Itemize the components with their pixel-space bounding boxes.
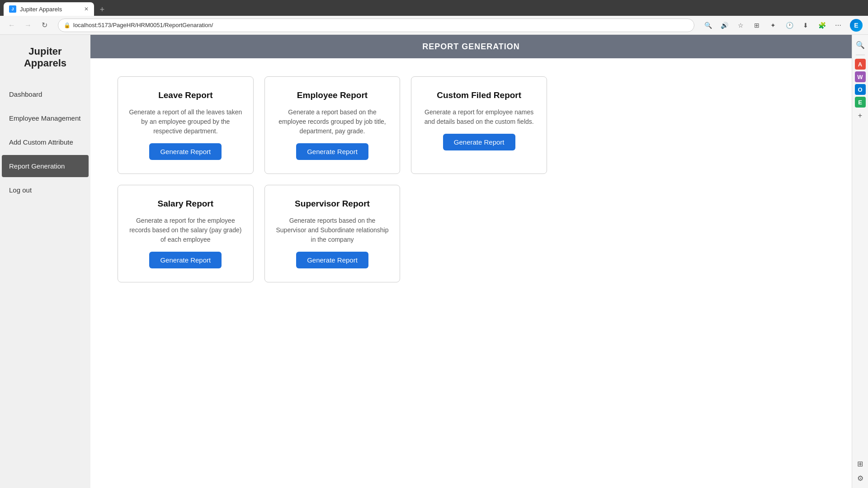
sidebar-item-dashboard[interactable]: Dashboard bbox=[2, 83, 89, 105]
edge-panel-settings-button[interactable]: ⚙ bbox=[854, 472, 867, 484]
page-title: REPORT GENERATION bbox=[422, 42, 520, 52]
salary-report-generate-button[interactable]: Generate Report bbox=[149, 252, 222, 268]
leave-report-desc: Generate a report of all the leaves take… bbox=[129, 108, 242, 136]
sidebar-item-logout[interactable]: Log out bbox=[2, 179, 89, 201]
active-tab[interactable]: J Jupiter Apparels ✕ bbox=[4, 2, 94, 16]
forward-button[interactable]: → bbox=[22, 19, 34, 32]
leave-report-title: Leave Report bbox=[158, 90, 212, 100]
employee-report-desc: Generate a report based on the employee … bbox=[276, 108, 389, 136]
edge-side-panel: 🔍 A W O E + ⊞ ⚙ bbox=[852, 35, 868, 488]
url-text: localhost:5173/PageHR/HRM0051/ReportGena… bbox=[73, 22, 213, 28]
edge-panel-search-button[interactable]: 🔍 bbox=[854, 38, 867, 51]
app-wrapper: Jupiter Apparels Dashboard Employee Mana… bbox=[0, 35, 868, 488]
favorites-button[interactable]: ☆ bbox=[734, 19, 747, 32]
search-button[interactable]: 🔍 bbox=[702, 19, 714, 32]
reports-grid: Leave Report Generate a report of all th… bbox=[118, 76, 547, 282]
downloads-button[interactable]: ⬇ bbox=[799, 19, 812, 32]
supervisor-report-desc: Generate reports based on the Supervisor… bbox=[276, 216, 389, 244]
browser-controls: ← → ↻ 🔒 localhost:5173/PageHR/HRM0051/Re… bbox=[0, 16, 868, 35]
add-favorites-button[interactable]: ✦ bbox=[767, 19, 779, 32]
custom-filed-report-generate-button[interactable]: Generate Report bbox=[443, 134, 515, 150]
supervisor-report-card: Supervisor Report Generate reports based… bbox=[264, 185, 401, 282]
edge-copilot-button[interactable]: E bbox=[850, 19, 863, 32]
custom-filed-report-desc: Generate a report for employee names and… bbox=[422, 108, 536, 127]
sidebar-nav: Dashboard Employee Management Add Custom… bbox=[0, 82, 90, 202]
app-logo: Jupiter Apparels bbox=[0, 35, 90, 79]
employee-report-generate-button[interactable]: Generate Report bbox=[296, 143, 368, 160]
edge-panel-red-button[interactable]: A bbox=[855, 59, 866, 70]
more-button[interactable]: ⋯ bbox=[832, 19, 844, 32]
employee-report-title: Employee Report bbox=[297, 90, 368, 100]
page-body: Leave Report Generate a report of all th… bbox=[90, 58, 852, 488]
address-bar[interactable]: 🔒 localhost:5173/PageHR/HRM0051/ReportGe… bbox=[58, 19, 694, 32]
tab-title: Jupiter Apparels bbox=[20, 6, 62, 13]
supervisor-report-title: Supervisor Report bbox=[295, 199, 370, 209]
salary-report-title: Salary Report bbox=[158, 199, 214, 209]
supervisor-report-generate-button[interactable]: Generate Report bbox=[296, 252, 368, 268]
edge-panel-add-button[interactable]: + bbox=[854, 109, 867, 122]
edge-panel-purple-button[interactable]: W bbox=[855, 71, 866, 82]
sidebar-item-add-custom-attribute[interactable]: Add Custom Attribute bbox=[2, 131, 89, 153]
tab-favicon: J bbox=[9, 5, 16, 13]
new-tab-button[interactable]: + bbox=[96, 3, 108, 16]
custom-filed-report-title: Custom Filed Report bbox=[437, 90, 521, 100]
back-button[interactable]: ← bbox=[5, 19, 18, 32]
edge-panel-green-button[interactable]: E bbox=[855, 97, 866, 108]
read-aloud-button[interactable]: 🔊 bbox=[718, 19, 731, 32]
edge-panel-grid-button[interactable]: ⊞ bbox=[854, 457, 867, 470]
page-header: REPORT GENERATION bbox=[90, 35, 852, 58]
sidebar-item-employee-management[interactable]: Employee Management bbox=[2, 107, 89, 129]
leave-report-card: Leave Report Generate a report of all th… bbox=[118, 76, 254, 174]
history-button[interactable]: 🕐 bbox=[783, 19, 796, 32]
custom-filed-report-card: Custom Filed Report Generate a report fo… bbox=[411, 76, 547, 174]
split-view-button[interactable]: ⊞ bbox=[750, 19, 763, 32]
sidebar: Jupiter Apparels Dashboard Employee Mana… bbox=[0, 35, 90, 488]
edge-panel-blue-button[interactable]: O bbox=[855, 84, 866, 95]
refresh-button[interactable]: ↻ bbox=[38, 19, 51, 32]
leave-report-generate-button[interactable]: Generate Report bbox=[149, 143, 222, 160]
panel-divider-1 bbox=[856, 55, 865, 55]
employee-report-card: Employee Report Generate a report based … bbox=[264, 76, 401, 174]
salary-report-card: Salary Report Generate a report for the … bbox=[118, 185, 254, 282]
tab-bar: J Jupiter Apparels ✕ + bbox=[0, 0, 868, 16]
extensions-button[interactable]: 🧩 bbox=[816, 19, 828, 32]
main-content: REPORT GENERATION Leave Report Generate … bbox=[90, 35, 852, 488]
salary-report-desc: Generate a report for the employee recor… bbox=[129, 216, 242, 244]
sidebar-item-report-generation[interactable]: Report Generation bbox=[2, 155, 89, 177]
tab-close-button[interactable]: ✕ bbox=[84, 6, 89, 12]
security-icon: 🔒 bbox=[64, 22, 71, 28]
